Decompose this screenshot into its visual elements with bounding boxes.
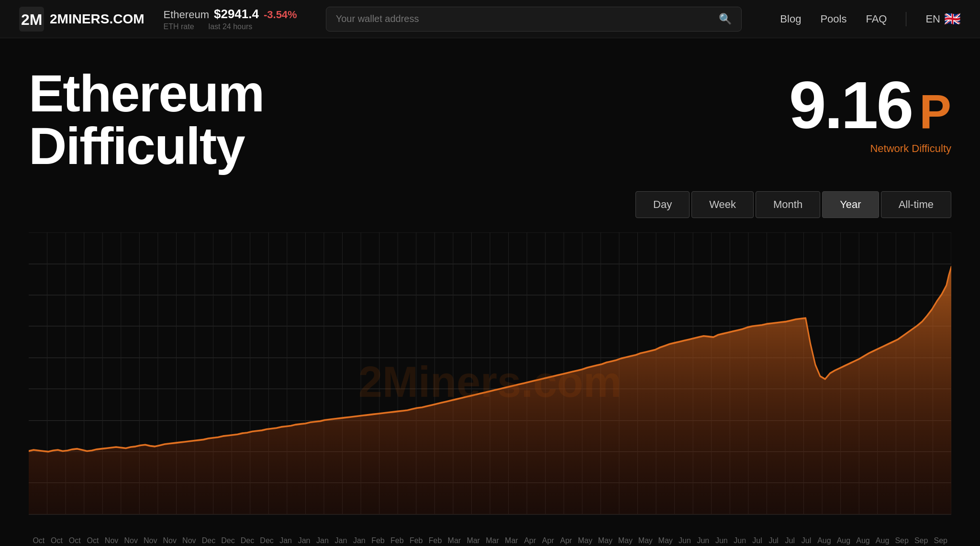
x-axis-labels: Oct 04 Oct 11 Oct 18 Oct 25 Nov 01 Nov 0…	[29, 536, 951, 546]
x-label: Mar 14	[464, 536, 483, 546]
x-label: Mar 21	[483, 536, 502, 546]
x-label: May 30	[656, 536, 676, 546]
eth-price: $2941.4	[214, 7, 259, 22]
x-label: Mar 07	[445, 536, 464, 546]
x-label: Apr 18	[557, 536, 575, 546]
main-nav: Blog Pools FAQ EN 🇬🇧	[780, 11, 961, 27]
search-bar[interactable]: 🔍	[326, 7, 742, 32]
x-label: Aug 08	[834, 536, 854, 546]
x-label: Feb 14	[388, 536, 407, 546]
x-label: Mar 28	[502, 536, 521, 546]
page-title: Ethereum Difficulty	[29, 67, 264, 172]
nav-faq[interactable]: FAQ	[866, 13, 887, 25]
x-label: Oct 18	[66, 536, 84, 546]
x-label: Dec 06	[199, 536, 219, 546]
x-label: Sep 12	[912, 536, 931, 546]
lang-label: EN	[925, 13, 940, 25]
difficulty-number: 9.16	[789, 72, 912, 139]
x-label: Aug 22	[873, 536, 892, 546]
x-label: Oct 25	[84, 536, 102, 546]
x-label: Nov 22	[160, 536, 180, 546]
search-icon: 🔍	[719, 13, 732, 25]
x-label: Nov 15	[141, 536, 160, 546]
x-label: Jul 25	[798, 536, 814, 546]
eth-last-label: last 24 hours	[209, 22, 253, 31]
x-label: Aug 15	[853, 536, 873, 546]
page-title-line2: Difficulty	[29, 116, 245, 175]
x-label: Dec 20	[238, 536, 257, 546]
nav-pools[interactable]: Pools	[820, 13, 846, 25]
period-day[interactable]: Day	[635, 191, 690, 218]
chart-container: 2Miners.com	[29, 232, 951, 532]
top-section: Ethereum Difficulty 9.16 P Network Diffi…	[29, 67, 951, 172]
wallet-address-input[interactable]	[336, 13, 719, 24]
difficulty-chart: 1 P 2 P 3 P 4 P 5 P 6 P 7 P 8 P 9 P	[29, 232, 951, 532]
x-label: Feb 28	[426, 536, 445, 546]
x-label: Feb 07	[368, 536, 388, 546]
language-button[interactable]: EN 🇬🇧	[925, 11, 961, 27]
x-label: Oct 11	[48, 536, 66, 546]
period-buttons-group: Day Week Month Year All-time	[29, 191, 951, 218]
x-label: Oct 04	[30, 536, 48, 546]
period-week[interactable]: Week	[691, 191, 754, 218]
x-label: Jan 24	[332, 536, 350, 546]
x-label: Jul 18	[782, 536, 798, 546]
x-label: Apr 04	[521, 536, 539, 546]
period-month[interactable]: Month	[756, 191, 820, 218]
eth-rate-display: Ethereum $2941.4 -3.54% ETH rate last 24…	[164, 7, 297, 31]
x-label: Jan 10	[295, 536, 313, 546]
main-content: Ethereum Difficulty 9.16 P Network Diffi…	[0, 38, 980, 546]
difficulty-unit: P	[919, 87, 951, 135]
x-label: May 16	[615, 536, 635, 546]
nav-blog[interactable]: Blog	[780, 13, 801, 25]
x-label: Jul 11	[766, 536, 782, 546]
x-label: Dec 13	[218, 536, 238, 546]
x-label: Sep 19	[931, 536, 950, 546]
x-label: May 09	[595, 536, 615, 546]
x-label: May 23	[635, 536, 656, 546]
x-label: Nov 08	[121, 536, 141, 546]
x-label: Feb 21	[407, 536, 426, 546]
eth-name: Ethereum	[164, 9, 209, 21]
page-title-line1: Ethereum	[29, 64, 264, 122]
site-header: 2M 2MINERS.COM Ethereum $2941.4 -3.54% E…	[0, 0, 980, 38]
eth-change: -3.54%	[264, 9, 297, 21]
flag-icon: 🇬🇧	[944, 11, 961, 27]
svg-text:2M: 2M	[21, 11, 42, 28]
x-label: Jun 20	[713, 536, 731, 546]
x-label: Jun 27	[731, 536, 749, 546]
logo-text: 2MINERS.COM	[50, 11, 145, 27]
x-label: Apr 11	[539, 536, 557, 546]
chart-area: 2Miners.com	[29, 232, 951, 532]
difficulty-label: Network Difficulty	[789, 142, 951, 155]
eth-rate-label: ETH rate	[164, 22, 194, 31]
x-label: Aug 01	[814, 536, 834, 546]
logo[interactable]: 2M 2MINERS.COM	[19, 7, 145, 32]
x-label: Sep 05	[892, 536, 912, 546]
difficulty-display: 9.16 P Network Difficulty	[789, 67, 951, 155]
x-label: Jan 17	[313, 536, 332, 546]
x-label: Nov 01	[102, 536, 122, 546]
x-label: Dec 27	[257, 536, 277, 546]
x-label: May 02	[575, 536, 595, 546]
x-label: Jan 03	[277, 536, 295, 546]
period-year[interactable]: Year	[822, 191, 879, 218]
x-label: Jun 13	[694, 536, 712, 546]
x-label: Jun 06	[676, 536, 694, 546]
x-label: Jul 04	[749, 536, 765, 546]
x-label: Nov 29	[179, 536, 199, 546]
period-alltime[interactable]: All-time	[881, 191, 951, 218]
nav-divider	[906, 12, 906, 26]
x-label: Jan 31	[350, 536, 368, 546]
